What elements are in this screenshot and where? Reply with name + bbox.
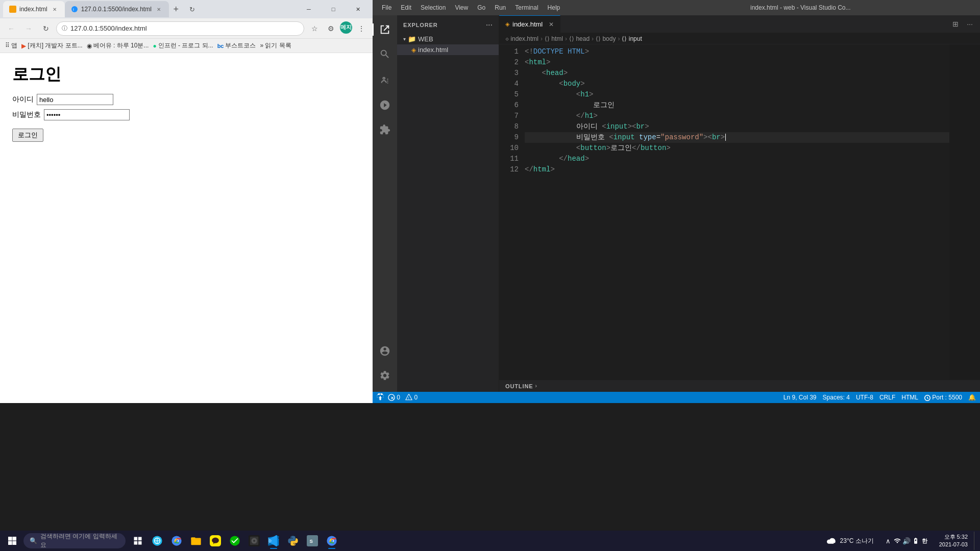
statusbar-branch-icon[interactable]	[377, 393, 384, 402]
errors-count: 0	[397, 394, 400, 401]
taskbar-search[interactable]: 🔍 검색하려면 여기에 입력하세요	[23, 533, 126, 548]
reload-button[interactable]: ↻	[39, 21, 53, 36]
editor-minimap	[949, 44, 980, 380]
menu-edit[interactable]: Edit	[397, 3, 415, 12]
vscode-close-button[interactable]: ✕	[951, 0, 975, 15]
bookmark-bc[interactable]: bc 부스트코스	[217, 41, 256, 50]
bc-head[interactable]: ⟨⟩ head	[569, 35, 590, 42]
statusbar-notifications-icon[interactable]: 🔔	[968, 394, 976, 401]
bc-html[interactable]: ⟨⟩ html	[545, 35, 563, 42]
user-avatar[interactable]: 메지	[340, 21, 352, 34]
windows-taskbar: 🔍 검색하려면 여기에 입력하세요 S	[0, 531, 980, 551]
address-bar[interactable]: ⓘ 127.0.0.1:5500/index.html	[56, 21, 304, 36]
menu-terminal[interactable]: Terminal	[511, 3, 542, 12]
menu-icon[interactable]: ⋮	[354, 21, 369, 36]
browser-refresh-icon[interactable]: ↻	[185, 2, 200, 16]
tab1-close-icon[interactable]: ✕	[51, 5, 59, 13]
statusbar-errors[interactable]: ✕ 0 ! 0	[388, 394, 418, 402]
menu-run[interactable]: Run	[491, 3, 510, 12]
more-actions-icon[interactable]: ···	[964, 18, 976, 30]
sidebar-file-index[interactable]: ◈ index.html	[397, 44, 499, 55]
menu-help[interactable]: Help	[544, 3, 565, 12]
password-input[interactable]	[44, 109, 130, 120]
taskbar-music-icon[interactable]	[245, 532, 263, 550]
taskbar-messenger-icon[interactable]	[226, 532, 244, 550]
settings-activity-icon[interactable]	[373, 363, 397, 388]
vscode-maximize-button[interactable]: □	[928, 0, 951, 15]
bookmark-bearyu[interactable]: ◉ 베어유 : 하루 10분...	[87, 41, 149, 50]
bookmark-more[interactable]: » 읽기 목록	[260, 41, 291, 50]
taskbar-ie-icon[interactable]	[148, 532, 166, 550]
taskbar-app-icon[interactable]: S	[303, 532, 322, 550]
taskbar-weather[interactable]: 23°C 소나기	[823, 536, 878, 546]
bookmark-inflearn[interactable]: ● 인프런 - 프로그 되...	[153, 41, 213, 50]
statusbar-lang[interactable]: HTML	[901, 394, 918, 401]
show-desktop-button[interactable]	[974, 532, 978, 550]
back-button[interactable]: ←	[4, 21, 18, 36]
editor-tabs: ◈ index.html ✕ ⊞ ···	[499, 15, 980, 33]
browser-minimize-button[interactable]: ─	[297, 0, 321, 18]
search-activity-icon[interactable]	[373, 42, 397, 66]
bookmark-catch[interactable]: ▶ [캐치] 개발자 포트...	[21, 41, 82, 50]
statusbar-ln-col[interactable]: Ln 9, Col 39	[783, 394, 817, 401]
statusbar-port[interactable]: Port : 5500	[924, 394, 962, 401]
taskbar-chrome2-icon[interactable]	[323, 532, 341, 550]
menu-view[interactable]: View	[451, 3, 472, 12]
address-text: 127.0.0.1:5500/index.html	[70, 24, 147, 32]
bookmark-apps[interactable]: ⠿ 앱	[5, 41, 17, 50]
gear-icon[interactable]: ⚙	[324, 21, 338, 36]
toolbar-icons: ☆ ⚙ 메지 ⋮	[307, 21, 369, 36]
outline-section[interactable]: OUTLINE ›	[499, 380, 980, 392]
source-control-activity-icon[interactable]	[373, 68, 397, 93]
menu-file[interactable]: File	[378, 3, 396, 12]
code-editor[interactable]: 1 2 3 4 5 6 7 8 9 10 11 12 <!DOCTYPE HTM…	[499, 44, 980, 380]
code-content[interactable]: <!DOCTYPE HTML> <html> <head> <body> <h1…	[525, 44, 949, 380]
catch-label: [캐치] 개발자 포트...	[28, 41, 82, 50]
new-tab-button[interactable]: +	[169, 2, 183, 16]
split-editor-icon[interactable]: ⊞	[949, 18, 962, 30]
login-button[interactable]: 로그인	[12, 129, 43, 142]
taskbar-kakao-icon[interactable]	[206, 532, 225, 550]
browser-tab-2[interactable]: i 127.0.0.1:5500/index.html ✕	[65, 1, 169, 17]
inflearn-icon: ●	[153, 42, 156, 49]
browser-tab-1[interactable]: index.html ✕	[3, 1, 65, 17]
taskbar-chrome-icon[interactable]	[167, 532, 186, 550]
systray-battery-icon[interactable]	[912, 537, 920, 545]
statusbar-spaces[interactable]: Spaces: 4	[823, 394, 850, 401]
sidebar-root-folder[interactable]: ▾ 📁 WEB	[397, 34, 499, 44]
systray-network-icon[interactable]	[893, 537, 901, 545]
browser-maximize-button[interactable]: □	[322, 0, 345, 18]
tab2-close-icon[interactable]: ✕	[155, 5, 163, 13]
menu-selection[interactable]: Selection	[416, 3, 450, 12]
systray-ime-icon[interactable]: 한	[921, 537, 929, 545]
bc-indexhtml[interactable]: ⟐ index.html	[505, 35, 538, 42]
menu-go[interactable]: Go	[473, 3, 489, 12]
systray-volume-icon[interactable]: 🔊	[902, 537, 911, 545]
bc-body[interactable]: ⟨⟩ body	[596, 35, 616, 42]
star-icon[interactable]: ☆	[307, 21, 322, 36]
account-activity-icon[interactable]	[373, 339, 397, 363]
taskbar-file-explorer-icon[interactable]	[187, 532, 205, 550]
systray-up-arrow[interactable]: ∧	[884, 537, 892, 545]
editor-tab-index[interactable]: ◈ index.html ✕	[499, 15, 560, 33]
sidebar-more-icon[interactable]: ···	[486, 20, 493, 30]
extensions-activity-icon[interactable]	[373, 117, 397, 142]
editor-area: ◈ index.html ✕ ⊞ ··· ⟐ index.html › ⟨⟩ h…	[499, 15, 980, 392]
taskbar-task-view[interactable]	[129, 532, 147, 550]
vscode-minimize-button[interactable]: ─	[904, 0, 928, 15]
statusbar-eol[interactable]: CRLF	[879, 394, 895, 401]
editor-tab-close-icon[interactable]: ✕	[549, 21, 554, 28]
explorer-activity-icon[interactable]	[373, 17, 397, 42]
taskbar-clock[interactable]: 오후 5:32 2021-07-03	[935, 533, 972, 549]
statusbar-port-text: Port : 5500	[932, 394, 962, 401]
vscode-statusbar: ✕ 0 ! 0 Ln 9, Col 39 Spaces: 4 UTF-8 CRL…	[373, 392, 980, 403]
start-button[interactable]	[2, 531, 22, 551]
statusbar-encoding[interactable]: UTF-8	[856, 394, 873, 401]
bc-input[interactable]: ⟨⟩ input	[622, 35, 642, 42]
id-input[interactable]	[37, 94, 113, 105]
run-activity-icon[interactable]	[373, 93, 397, 117]
browser-close-button[interactable]: ✕	[346, 0, 370, 18]
taskbar-python-icon[interactable]	[284, 532, 302, 550]
forward-button[interactable]: →	[21, 21, 36, 36]
taskbar-vscode-icon[interactable]	[264, 532, 283, 550]
